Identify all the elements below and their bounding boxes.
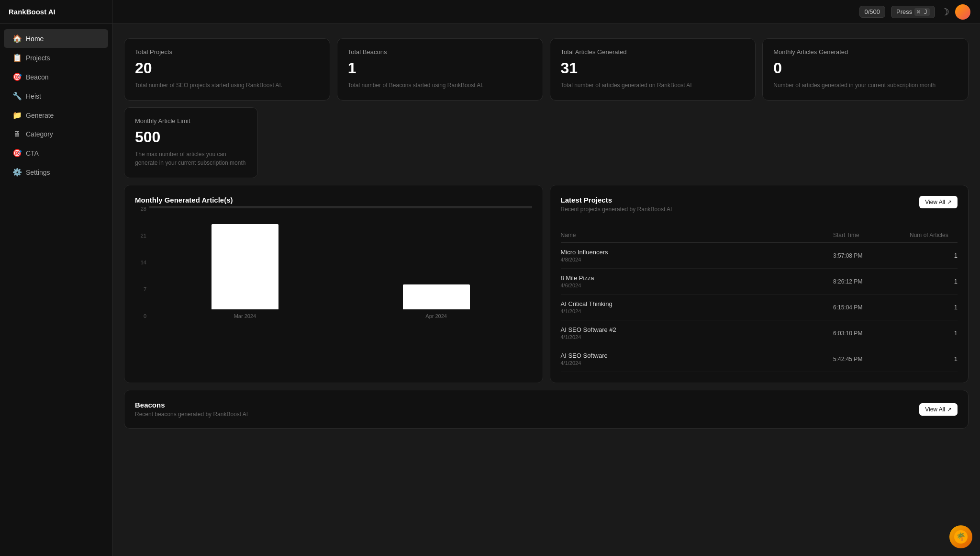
- generate-icon: 📁: [12, 111, 21, 120]
- limit-label: Monthly Article Limit: [135, 117, 247, 125]
- sidebar-item-heist[interactable]: 🔧Heist: [4, 87, 108, 105]
- project-date: 4/1/2024: [561, 334, 834, 340]
- sidebar-label-beacon: Beacon: [26, 73, 48, 81]
- project-name-cell: Micro Influencers 4/8/2024: [561, 249, 834, 262]
- sidebar-label-generate: Generate: [26, 112, 54, 119]
- project-date: 4/6/2024: [561, 283, 834, 288]
- svg-text:🌴: 🌴: [956, 532, 966, 541]
- table-column-header: Name: [561, 232, 834, 238]
- sidebar-item-beacon[interactable]: 🎯Beacon: [4, 68, 108, 86]
- table-row: Micro Influencers 4/8/2024 3:57:08 PM 1: [561, 243, 958, 269]
- project-name-cell: 8 Mile Pizza 4/6/2024: [561, 274, 834, 288]
- project-time: 6:03:10 PM: [833, 330, 910, 337]
- home-icon: 🏠: [12, 34, 21, 43]
- beacons-card: Beacons Recent beacons generated by Rank…: [124, 390, 969, 429]
- projects-icon: 📋: [12, 53, 21, 62]
- project-name: Micro Influencers: [561, 249, 834, 256]
- user-avatar[interactable]: [955, 4, 970, 20]
- stat-value-total-projects: 20: [135, 59, 319, 77]
- sidebar-label-home: Home: [26, 35, 44, 43]
- cta-icon: 🎯: [12, 148, 21, 158]
- sidebar-label-category: Category: [26, 130, 53, 138]
- sidebar-item-category[interactable]: 🖥Category: [4, 125, 108, 143]
- projects-card: Latest Projects Recent projects generate…: [550, 185, 969, 383]
- project-articles: 1: [910, 304, 958, 311]
- view-all-projects-label: View All: [925, 199, 945, 205]
- bottom-avatar[interactable]: 🌴: [949, 525, 972, 548]
- stat-card-total-projects: Total Projects 20 Total number of SEO pr…: [124, 38, 330, 101]
- y-axis: 28211470: [135, 206, 149, 319]
- brand-logo: RankBoost AI: [0, 0, 112, 24]
- view-all-projects-button[interactable]: View All ↗: [919, 196, 958, 208]
- chart-grid-lines: [149, 206, 532, 319]
- limit-description: The max number of articles you can gener…: [135, 150, 247, 167]
- projects-subtitle: Recent projects generated by RankBoost A…: [561, 206, 672, 213]
- beacons-title: Beacons: [135, 401, 248, 409]
- project-date: 4/8/2024: [561, 257, 834, 262]
- sidebar-item-generate[interactable]: 📁Generate: [4, 106, 108, 125]
- stat-label-total-projects: Total Projects: [135, 48, 319, 56]
- project-date: 4/1/2024: [561, 360, 834, 366]
- project-name-cell: AI SEO Software 4/1/2024: [561, 352, 834, 366]
- project-name: AI SEO Software: [561, 352, 834, 359]
- stat-value-total-articles: 31: [561, 59, 745, 77]
- project-time: 5:42:45 PM: [833, 356, 910, 363]
- project-articles: 1: [910, 252, 958, 259]
- chart-title: Monthly Generated Article(s): [135, 196, 532, 204]
- table-header: NameStart TimeNum of Articles: [561, 228, 958, 243]
- project-name-cell: AI Critical Thinking 4/1/2024: [561, 300, 834, 314]
- table-row: 8 Mile Pizza 4/6/2024 8:26:12 PM 1: [561, 269, 958, 295]
- stat-label-total-beacons: Total Beacons: [348, 48, 532, 56]
- stat-card-total-articles: Total Articles Generated 31 Total number…: [550, 38, 756, 101]
- stats-grid: Total Projects 20 Total number of SEO pr…: [124, 38, 969, 101]
- table-row: AI SEO Software 4/1/2024 5:42:45 PM 1: [561, 346, 958, 372]
- chart-area: 28211470 Mar 2024Apr 2024: [135, 206, 532, 330]
- category-icon: 🖥: [12, 130, 21, 138]
- topbar: 0/500 Press ⌘ J ☽: [112, 0, 980, 24]
- y-axis-label: 21: [141, 233, 146, 238]
- sidebar-item-projects[interactable]: 📋Projects: [4, 48, 108, 67]
- sidebar-item-home[interactable]: 🏠Home: [4, 29, 108, 48]
- view-all-beacons-label: View All: [925, 406, 945, 413]
- project-time: 8:26:12 PM: [833, 278, 910, 285]
- project-name-cell: AI SEO Software #2 4/1/2024: [561, 326, 834, 340]
- settings-icon: ⚙️: [12, 168, 21, 177]
- sidebar-item-settings[interactable]: ⚙️Settings: [4, 163, 108, 182]
- sidebar-item-cta[interactable]: 🎯CTA: [4, 144, 108, 162]
- shortcut-key: ⌘ J: [914, 8, 930, 16]
- projects-table: Micro Influencers 4/8/2024 3:57:08 PM 1 …: [561, 243, 958, 372]
- sidebar-label-projects: Projects: [26, 54, 50, 62]
- theme-toggle-icon[interactable]: ☽: [941, 6, 949, 18]
- y-axis-label: 14: [141, 260, 146, 265]
- project-name: 8 Mile Pizza: [561, 274, 834, 282]
- bottom-section: Monthly Generated Article(s) 28211470 Ma…: [124, 185, 969, 383]
- external-link-icon-beacons: ↗: [947, 406, 952, 413]
- sidebar-label-heist: Heist: [26, 92, 41, 100]
- external-link-icon: ↗: [947, 199, 952, 205]
- limit-value: 500: [135, 128, 247, 146]
- usage-badge: 0/500: [859, 6, 886, 18]
- stat-card-total-beacons: Total Beacons 1 Total number of Beacons …: [337, 38, 543, 101]
- y-axis-label: 28: [141, 206, 146, 212]
- stat-desc-monthly-articles: Number of articles generated in your cur…: [773, 81, 958, 90]
- project-articles: 1: [910, 278, 958, 285]
- table-row: AI SEO Software #2 4/1/2024 6:03:10 PM 1: [561, 320, 958, 346]
- table-column-header: Start Time: [833, 232, 910, 238]
- heist-icon: 🔧: [12, 91, 21, 101]
- stat-desc-total-beacons: Total number of Beacons started using Ra…: [348, 81, 532, 90]
- view-all-beacons-button[interactable]: View All ↗: [919, 403, 958, 416]
- stat-label-monthly-articles: Monthly Articles Generated: [773, 48, 958, 56]
- project-name: AI Critical Thinking: [561, 300, 834, 307]
- y-axis-label: 0: [144, 313, 146, 319]
- y-axis-label: 7: [144, 286, 146, 292]
- stat-desc-total-articles: Total number of articles generated on Ra…: [561, 81, 745, 90]
- project-date: 4/1/2024: [561, 308, 834, 314]
- palm-tree-icon: 🌴: [954, 530, 968, 544]
- table-column-header: Num of Articles: [910, 232, 958, 238]
- project-articles: 1: [910, 329, 958, 337]
- limit-card: Monthly Article Limit 500 The max number…: [124, 107, 258, 178]
- stat-card-monthly-articles: Monthly Articles Generated 0 Number of a…: [762, 38, 969, 101]
- sidebar: RankBoost AI 🏠Home📋Projects🎯Beacon🔧Heist…: [0, 0, 112, 556]
- project-time: 3:57:08 PM: [833, 252, 910, 259]
- press-shortcut: Press ⌘ J: [891, 6, 935, 18]
